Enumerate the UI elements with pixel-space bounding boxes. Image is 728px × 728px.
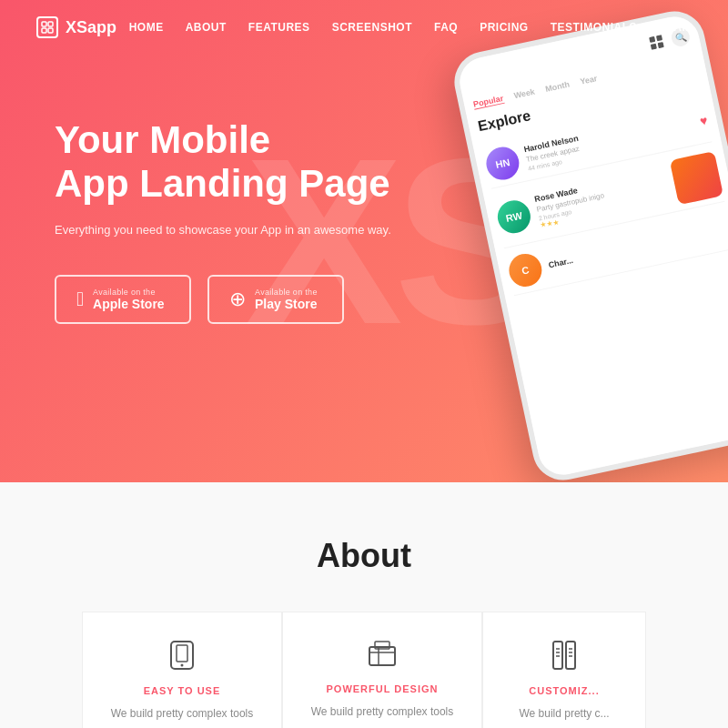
nav-faq[interactable]: FAQ bbox=[434, 21, 458, 34]
phone-mockup: 🔍 Popular Week Month Year Explore HN Har… bbox=[449, 5, 728, 482]
about-card-easy: EASY TO USE We build pretty complex tool… bbox=[82, 612, 282, 728]
avatar-3: C bbox=[506, 251, 545, 290]
svg-rect-7 bbox=[369, 647, 395, 665]
card-desc-design: We build pretty complex tools bbox=[305, 703, 460, 720]
mobile-icon bbox=[105, 640, 259, 671]
play-store-text: Available on the Play Store bbox=[255, 288, 318, 311]
tab-month: Month bbox=[544, 80, 571, 95]
nav-screenshot[interactable]: SCREENSHOT bbox=[332, 21, 412, 34]
hero-content: Your MobileApp Landing Page Everything y… bbox=[55, 118, 391, 324]
hero-buttons:  Available on the Apple Store ⊕ Availab… bbox=[55, 275, 391, 324]
hero-subtitle: Everything you need to showcase your App… bbox=[55, 221, 391, 239]
svg-rect-5 bbox=[177, 645, 187, 662]
card-desc-easy: We build pretty complex tools bbox=[105, 705, 259, 722]
card-title-design: POWERFUL DESIGN bbox=[305, 683, 460, 694]
customize-icon bbox=[505, 640, 623, 671]
svg-rect-2 bbox=[42, 28, 46, 33]
logo-icon bbox=[36, 16, 58, 38]
design-icon bbox=[305, 640, 460, 669]
svg-rect-3 bbox=[48, 28, 53, 33]
nav-pricing[interactable]: PRICING bbox=[480, 21, 529, 34]
play-store-label: Available on the bbox=[255, 288, 318, 297]
nav-team[interactable]: TEAM bbox=[659, 21, 692, 34]
tab-week: Week bbox=[513, 87, 536, 102]
card-info-2: Rose Wade Party gastropub inigo 2 hours … bbox=[533, 167, 671, 229]
about-title: About bbox=[36, 537, 692, 575]
hero-title: Your MobileApp Landing Page bbox=[55, 118, 391, 207]
nav-about[interactable]: ABOUT bbox=[186, 21, 227, 34]
play-store-name: Play Store bbox=[255, 297, 318, 311]
card-title-customize: CUSTOMIZ... bbox=[505, 685, 623, 696]
site-header: XSapp HOME ABOUT FEATURES SCREENSHOT FAQ… bbox=[0, 0, 728, 55]
card-title-easy: EASY TO USE bbox=[105, 685, 259, 696]
svg-point-6 bbox=[181, 664, 184, 667]
main-nav: HOME ABOUT FEATURES SCREENSHOT FAQ PRICI… bbox=[129, 21, 692, 34]
about-cards: EASY TO USE We build pretty complex tool… bbox=[36, 612, 692, 728]
card-image-2 bbox=[670, 151, 723, 205]
avatar-1: HN bbox=[483, 144, 522, 183]
svg-rect-1 bbox=[48, 22, 53, 26]
android-icon: ⊕ bbox=[229, 288, 246, 311]
apple-store-text: Available on the Apple Store bbox=[93, 288, 165, 311]
svg-rect-11 bbox=[553, 642, 562, 669]
tab-year: Year bbox=[579, 74, 598, 87]
nav-home[interactable]: HOME bbox=[129, 21, 164, 34]
apple-store-name: Apple Store bbox=[93, 297, 165, 311]
tab-popular: Popular bbox=[472, 94, 504, 110]
logo[interactable]: XSapp bbox=[36, 16, 116, 38]
about-card-customize: CUSTOMIZ... We build pretty c... bbox=[482, 612, 646, 728]
play-store-button[interactable]: ⊕ Available on the Play Store bbox=[207, 275, 344, 324]
avatar-2: RW bbox=[495, 197, 534, 237]
apple-store-label: Available on the bbox=[93, 288, 165, 297]
apple-icon:  bbox=[76, 288, 84, 311]
phone-screen: 🔍 Popular Week Month Year Explore HN Har… bbox=[455, 12, 728, 479]
svg-rect-0 bbox=[42, 22, 46, 26]
logo-text: XSapp bbox=[66, 18, 116, 37]
heart-icon-1: ♥ bbox=[699, 113, 709, 128]
apple-store-button[interactable]:  Available on the Apple Store bbox=[55, 275, 191, 324]
about-card-design: POWERFUL DESIGN We build pretty complex … bbox=[282, 612, 482, 728]
svg-rect-12 bbox=[566, 642, 575, 669]
card-desc-customize: We build pretty c... bbox=[505, 705, 623, 722]
nav-features[interactable]: FEATURES bbox=[248, 21, 310, 34]
hero-section: XSapp HOME ABOUT FEATURES SCREENSHOT FAQ… bbox=[0, 0, 728, 482]
about-section: About EASY TO USE We build pretty comple… bbox=[0, 482, 728, 728]
nav-testimonials[interactable]: TESTIMONIALS bbox=[551, 21, 637, 34]
